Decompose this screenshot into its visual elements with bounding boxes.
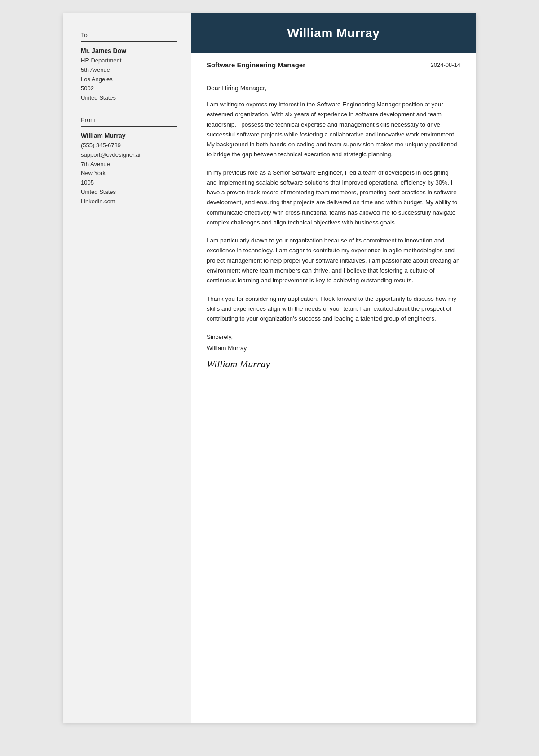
salutation: Dear Hiring Manager, xyxy=(207,84,460,92)
date: 2024-08-14 xyxy=(431,62,461,68)
sender-phone: (555) 345-6789 xyxy=(81,141,177,150)
from-label: From xyxy=(81,116,177,123)
meta-row: Software Engineering Manager 2024-08-14 xyxy=(191,53,476,75)
closing-line2: William Murray xyxy=(207,343,460,354)
closing-line1: Sincerely, xyxy=(207,332,460,343)
sender-zip: 1005 xyxy=(81,178,177,188)
to-section: To Mr. James Dow HR Department 5th Avenu… xyxy=(81,31,177,103)
recipient-country: United States xyxy=(81,93,177,103)
from-divider xyxy=(81,126,177,127)
recipient-name: Mr. James Dow xyxy=(81,47,177,54)
header-banner: William Murray xyxy=(191,13,476,53)
recipient-dept: HR Department xyxy=(81,56,177,66)
sender-email: support@cvdesigner.ai xyxy=(81,150,177,160)
to-label: To xyxy=(81,31,177,39)
recipient-city: Los Angeles xyxy=(81,75,177,84)
page: To Mr. James Dow HR Department 5th Avenu… xyxy=(63,13,476,723)
job-title: Software Engineering Manager xyxy=(207,61,305,69)
closing: Sincerely, William Murray xyxy=(207,332,460,354)
sender-street: 7th Avenue xyxy=(81,160,177,169)
signature: William Murray xyxy=(207,358,460,370)
from-section: From William Murray (555) 345-6789 suppo… xyxy=(81,116,177,207)
to-divider xyxy=(81,41,177,42)
sidebar: To Mr. James Dow HR Department 5th Avenu… xyxy=(63,13,191,723)
main-content: William Murray Software Engineering Mana… xyxy=(191,13,476,723)
sender-city: New York xyxy=(81,169,177,178)
recipient-zip: 5002 xyxy=(81,84,177,93)
paragraph-3: I am particularly drawn to your organiza… xyxy=(207,236,460,286)
sender-name: William Murray xyxy=(81,132,177,139)
paragraph-1: I am writing to express my interest in t… xyxy=(207,100,460,160)
recipient-street: 5th Avenue xyxy=(81,66,177,75)
header-name: William Murray xyxy=(204,26,463,40)
sender-linkedin: Linkedin.com xyxy=(81,197,177,207)
paragraph-2: In my previous role as a Senior Software… xyxy=(207,168,460,228)
letter-body: Dear Hiring Manager, I am writing to exp… xyxy=(191,84,476,370)
paragraph-4: Thank you for considering my application… xyxy=(207,294,460,324)
sender-country: United States xyxy=(81,188,177,197)
